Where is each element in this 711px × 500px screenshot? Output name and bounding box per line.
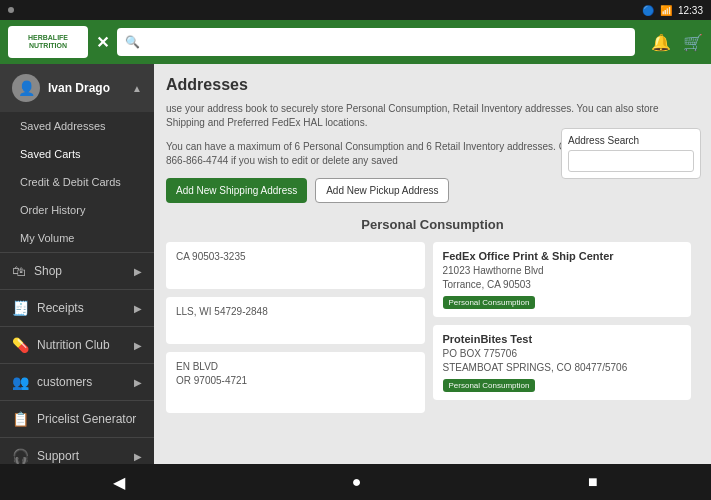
notification-icon[interactable]: 🔔 (651, 33, 671, 52)
sidebar-item-pricelist[interactable]: 📋 Pricelist Generator (0, 400, 154, 437)
address-card-fedex: FedEx Office Print & Ship Center 21023 H… (433, 242, 692, 317)
badge-fedex: Personal Consumption (443, 296, 536, 309)
search-input[interactable] (146, 35, 627, 49)
sidebar-user[interactable]: 👤 Ivan Drago ▲ (0, 64, 154, 112)
address-search-label: Address Search (568, 135, 694, 146)
avatar: 👤 (12, 74, 40, 102)
right-addresses: FedEx Office Print & Ship Center 21023 H… (433, 242, 692, 413)
button-row: Add New Shipping Address Add New Pickup … (166, 178, 699, 203)
sidebar-item-receipts[interactable]: 🧾 Receipts ▶ (0, 289, 154, 326)
address-card-left-3: EN BLVD OR 97005-4721 x (166, 352, 425, 413)
address-card-left-2: LLS, WI 54729-2848 x (166, 297, 425, 344)
page-title: Addresses (166, 76, 699, 94)
time-display: 12:33 (678, 5, 703, 16)
receipts-icon: 🧾 (12, 300, 29, 316)
shop-icon: 🛍 (12, 263, 26, 279)
sidebar-sub-item-my-volume[interactable]: My Volume (0, 224, 154, 252)
receipts-chevron: ▶ (134, 303, 142, 314)
sidebar-sub-item-credit-debit[interactable]: Credit & Debit Cards (0, 168, 154, 196)
shop-chevron: ▶ (134, 266, 142, 277)
logo-area: HERBALIFENUTRITION ✕ (8, 26, 109, 58)
customers-chevron: ▶ (134, 377, 142, 388)
status-bar-left (8, 7, 14, 13)
badge-proteinbites: Personal Consumption (443, 379, 536, 392)
cart-icon[interactable]: 🛒 (683, 33, 703, 52)
add-pickup-address-button[interactable]: Add New Pickup Address (315, 178, 449, 203)
username: Ivan Drago (48, 81, 110, 95)
bottom-nav: ◀ ● ■ (0, 464, 711, 500)
address-search-box: Address Search (561, 128, 701, 179)
support-chevron: ▶ (134, 451, 142, 462)
sidebar-item-shop[interactable]: 🛍 Shop ▶ (0, 252, 154, 289)
close-button[interactable]: ✕ (96, 33, 109, 52)
customers-icon: 👥 (12, 374, 29, 390)
support-icon: 🎧 (12, 448, 29, 464)
back-button[interactable]: ◀ (113, 473, 125, 492)
address-search-input[interactable] (568, 150, 694, 172)
sidebar-user-left: 👤 Ivan Drago (12, 74, 110, 102)
status-bar-right: 🔵 📶 12:33 (642, 5, 703, 16)
sidebar-item-nutrition-club[interactable]: 💊 Nutrition Club ▶ (0, 326, 154, 363)
search-bar[interactable]: 🔍 (117, 28, 635, 56)
nutrition-club-chevron: ▶ (134, 340, 142, 351)
pricelist-icon: 📋 (12, 411, 29, 427)
sidebar-sub-item-saved-addresses[interactable]: Saved Addresses (0, 112, 154, 140)
recent-apps-button[interactable]: ■ (588, 473, 598, 491)
main-layout: 👤 Ivan Drago ▲ Saved Addresses Saved Car… (0, 64, 711, 500)
logo: HERBALIFENUTRITION (8, 26, 88, 58)
sidebar-sub-item-order-history[interactable]: Order History (0, 196, 154, 224)
left-addresses: CA 90503-3235 x LLS, WI 54729-2848 x EN … (166, 242, 425, 413)
search-icon: 🔍 (125, 35, 140, 49)
status-dot (8, 7, 14, 13)
sidebar: 👤 Ivan Drago ▲ Saved Addresses Saved Car… (0, 64, 154, 500)
header: HERBALIFENUTRITION ✕ 🔍 🔔 🛒 (0, 20, 711, 64)
user-chevron: ▲ (132, 83, 142, 94)
home-button[interactable]: ● (352, 473, 362, 491)
addresses-container: CA 90503-3235 x LLS, WI 54729-2848 x EN … (166, 242, 699, 413)
sidebar-item-customers[interactable]: 👥 customers ▶ (0, 363, 154, 400)
header-icons: 🔔 🛒 (651, 33, 703, 52)
address-card-left-1: CA 90503-3235 x (166, 242, 425, 289)
add-shipping-address-button[interactable]: Add New Shipping Address (166, 178, 307, 203)
section-title: Personal Consumption (166, 217, 699, 232)
bluetooth-icon: 🔵 (642, 5, 654, 16)
sidebar-sub-item-saved-carts[interactable]: Saved Carts (0, 140, 154, 168)
wifi-icon: 📶 (660, 5, 672, 16)
content-area: Address Search Addresses use your addres… (154, 64, 711, 500)
status-bar: 🔵 📶 12:33 (0, 0, 711, 20)
address-card-proteinbites: ProteinBites Test PO BOX 775706 STEAMBOA… (433, 325, 692, 400)
nutrition-club-icon: 💊 (12, 337, 29, 353)
description-text: use your address book to securely store … (166, 102, 699, 130)
